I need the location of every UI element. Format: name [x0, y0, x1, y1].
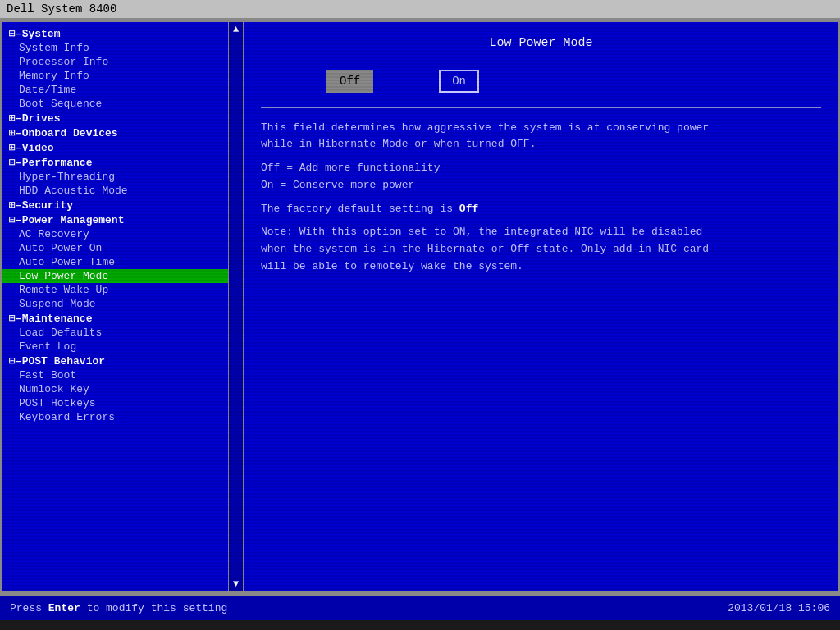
- enter-key-label: Enter: [48, 602, 80, 614]
- sidebar-item-auto-power-on[interactable]: Auto Power On: [2, 241, 243, 255]
- sidebar-item-power-management[interactable]: ⊟–Power Management: [2, 212, 243, 227]
- bios-main: ⊟–SystemSystem InfoProcessor InfoMemory …: [0, 20, 840, 594]
- sidebar-item-video[interactable]: ⊞–Video: [2, 140, 243, 155]
- status-suffix: to modify this setting: [80, 602, 227, 614]
- system-title: Dell System 8400: [7, 2, 116, 16]
- sidebar: ⊟–SystemSystem InfoProcessor InfoMemory …: [2, 22, 244, 591]
- sidebar-item-processor-info[interactable]: Processor Info: [2, 55, 243, 69]
- sidebar-item-fast-boot[interactable]: Fast Boot: [2, 368, 243, 382]
- sidebar-scrollbar: ▲ ▼: [228, 22, 243, 591]
- content-pane: Low Power Mode Off On This field determi…: [244, 22, 838, 591]
- sidebar-item-system[interactable]: ⊟–System: [2, 26, 243, 41]
- content-divider: [261, 107, 821, 108]
- sidebar-item-numlock-key[interactable]: Numlock Key: [2, 382, 243, 396]
- sidebar-item-system-info[interactable]: System Info: [2, 41, 243, 55]
- content-title: Low Power Mode: [261, 34, 821, 53]
- sidebar-item-date-time[interactable]: Date/Time: [2, 83, 243, 97]
- sidebar-item-post-behavior[interactable]: ⊟–POST Behavior: [2, 354, 243, 368]
- sidebar-item-low-power-mode[interactable]: Low Power Mode: [2, 269, 243, 283]
- sidebar-item-performance[interactable]: ⊟–Performance: [2, 155, 243, 170]
- sidebar-item-maintenance[interactable]: ⊟–Maintenance: [2, 311, 243, 326]
- sidebar-item-keyboard-errors[interactable]: Keyboard Errors: [2, 410, 243, 424]
- scroll-track: [229, 37, 243, 577]
- sidebar-item-hdd-acoustic[interactable]: HDD Acoustic Mode: [2, 184, 243, 198]
- sidebar-item-boot-sequence[interactable]: Boot Sequence: [2, 97, 243, 111]
- sidebar-item-hyper-threading[interactable]: Hyper-Threading: [2, 170, 243, 184]
- status-right: 2013/01/18 15:06: [728, 602, 830, 614]
- nav-list: ⊟–SystemSystem InfoProcessor InfoMemory …: [2, 26, 243, 424]
- scroll-up-arrow[interactable]: ▲: [229, 22, 243, 37]
- sidebar-item-post-hotkeys[interactable]: POST Hotkeys: [2, 396, 243, 410]
- sidebar-item-drives[interactable]: ⊞–Drives: [2, 111, 243, 126]
- status-prefix: Press: [10, 602, 48, 614]
- sidebar-item-remote-wake-up[interactable]: Remote Wake Up: [2, 283, 243, 297]
- sidebar-item-ac-recovery[interactable]: AC Recovery: [2, 227, 243, 241]
- options-row: Off On: [261, 70, 821, 93]
- option-off-button[interactable]: Off: [326, 70, 373, 93]
- sidebar-item-onboard-devices[interactable]: ⊞–Onboard Devices: [2, 126, 243, 140]
- sidebar-item-suspend-mode[interactable]: Suspend Mode: [2, 297, 243, 311]
- sidebar-item-event-log[interactable]: Event Log: [2, 340, 243, 354]
- description: This field determines how aggressive the…: [261, 120, 821, 276]
- status-left: Press Enter to modify this setting: [10, 602, 227, 614]
- status-bar: Press Enter to modify this setting 2013/…: [0, 594, 840, 620]
- option-on-button[interactable]: On: [439, 70, 479, 93]
- sidebar-item-security[interactable]: ⊞–Security: [2, 198, 243, 212]
- title-bar: Dell System 8400: [0, 0, 840, 20]
- sidebar-item-load-defaults[interactable]: Load Defaults: [2, 326, 243, 340]
- sidebar-item-memory-info[interactable]: Memory Info: [2, 69, 243, 83]
- sidebar-item-auto-power-time[interactable]: Auto Power Time: [2, 255, 243, 269]
- scroll-down-arrow[interactable]: ▼: [229, 577, 243, 591]
